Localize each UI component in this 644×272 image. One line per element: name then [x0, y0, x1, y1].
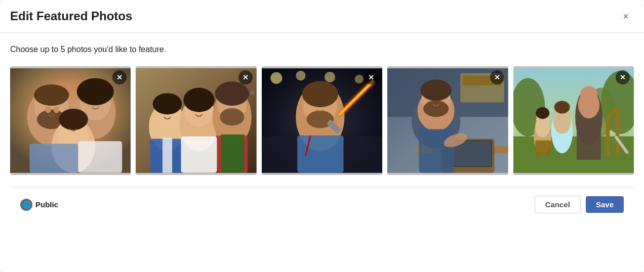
modal-title: Edit Featured Photos	[10, 9, 132, 23]
remove-photo-5-button[interactable]: ✕	[616, 70, 630, 84]
svg-rect-16	[78, 141, 123, 172]
svg-point-4	[34, 84, 69, 106]
remove-icon-4: ✕	[494, 73, 500, 81]
cancel-button[interactable]: Cancel	[535, 196, 581, 213]
modal-header: Edit Featured Photos ×	[0, 0, 644, 33]
modal-body: Choose up to 5 photos you'd like to feat…	[0, 33, 644, 234]
close-icon: ×	[623, 11, 629, 22]
remove-icon-3: ✕	[368, 73, 374, 81]
photo-thumbnail-3	[262, 66, 382, 175]
remove-photo-4-button[interactable]: ✕	[490, 70, 504, 84]
modal-footer: 🌐 Public Cancel Save	[10, 196, 634, 223]
svg-point-82	[580, 86, 597, 104]
svg-point-7	[54, 106, 60, 113]
svg-rect-68	[419, 129, 454, 173]
svg-rect-83	[577, 121, 601, 160]
svg-rect-15	[29, 144, 78, 173]
subtitle-text: Choose up to 5 photos you'd like to feat…	[10, 45, 634, 54]
photo-item-4: ✕	[387, 66, 508, 175]
globe-icon: 🌐	[20, 199, 32, 211]
svg-rect-26	[163, 138, 172, 173]
save-button[interactable]: Save	[586, 196, 624, 213]
svg-point-24	[153, 93, 182, 114]
remove-icon-1: ✕	[116, 73, 123, 81]
edit-featured-photos-modal: Edit Featured Photos × Choose up to 5 ph…	[0, 0, 644, 272]
svg-point-45	[302, 81, 338, 107]
photo-thumbnail-4	[387, 66, 508, 175]
svg-point-87	[554, 101, 570, 114]
photos-row: ✕	[10, 66, 634, 175]
remove-photo-2-button[interactable]: ✕	[238, 70, 253, 84]
remove-icon-5: ✕	[620, 73, 626, 81]
photo-thumbnail-1	[10, 66, 131, 175]
svg-point-33	[215, 81, 249, 106]
svg-rect-30	[181, 137, 217, 173]
svg-rect-92	[535, 140, 551, 155]
divider	[10, 187, 634, 188]
svg-point-91	[536, 107, 549, 119]
svg-point-34	[220, 108, 245, 126]
photo-thumbnail-2	[136, 66, 256, 175]
svg-point-10	[77, 78, 114, 105]
privacy-selector: 🌐 Public	[20, 199, 58, 211]
svg-point-66	[421, 79, 452, 101]
svg-point-41	[354, 75, 363, 83]
photo-item-5: ✕	[513, 66, 634, 175]
privacy-label-text: Public	[35, 200, 58, 209]
svg-point-38	[270, 72, 282, 84]
svg-point-29	[184, 88, 215, 112]
svg-point-67	[423, 101, 449, 117]
svg-point-40	[325, 72, 335, 82]
remove-icon-2: ✕	[243, 73, 249, 81]
svg-rect-36	[221, 134, 245, 173]
svg-point-6	[45, 106, 51, 113]
svg-point-39	[296, 71, 305, 80]
photo-item-2: ✕	[136, 66, 256, 175]
photo-item-3: ✕	[262, 66, 382, 175]
close-button[interactable]: ×	[618, 8, 634, 24]
photo-thumbnail-5	[513, 66, 634, 175]
svg-rect-47	[297, 135, 343, 173]
svg-point-14	[59, 109, 88, 130]
svg-rect-79	[513, 68, 634, 173]
svg-point-21	[250, 90, 255, 95]
photo-item-1: ✕	[10, 66, 131, 175]
